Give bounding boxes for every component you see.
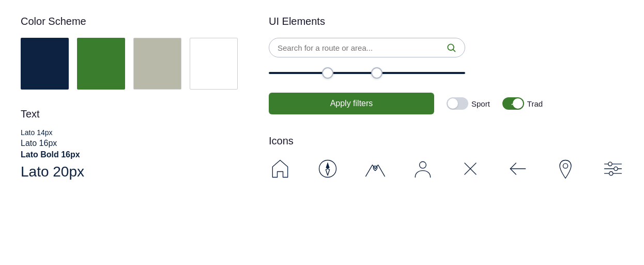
- mountain-heart-icon: [364, 157, 387, 180]
- swatch-green: [77, 38, 125, 90]
- svg-point-13: [608, 162, 612, 166]
- color-swatches: [21, 38, 238, 90]
- person-icon: [411, 157, 434, 180]
- svg-line-1: [453, 50, 455, 52]
- icons-section: Icons: [269, 135, 624, 180]
- text-section: Text Lato 14px Lato 16px Lato Bold 16px …: [21, 108, 238, 180]
- slider-thumb-right[interactable]: [371, 67, 382, 79]
- location-pin-icon: [554, 157, 577, 180]
- close-icon-item[interactable]: [459, 157, 482, 180]
- swatch-white: [190, 38, 238, 90]
- text-sample-16: Lato 16px: [21, 139, 238, 148]
- back-arrow-icon: [507, 157, 529, 180]
- text-sample-bold-16: Lato Bold 16px: [21, 150, 238, 159]
- search-button[interactable]: [446, 42, 456, 53]
- search-input[interactable]: [278, 43, 446, 52]
- svg-marker-3: [326, 162, 329, 169]
- sport-toggle-label: Sport: [471, 99, 490, 108]
- filter-icon-item[interactable]: [602, 157, 624, 180]
- text-sample-14: Lato 14px: [21, 128, 238, 137]
- color-scheme-title: Color Scheme: [21, 16, 238, 27]
- close-icon: [459, 157, 482, 180]
- home-icon: [269, 157, 292, 180]
- location-icon-item[interactable]: [554, 157, 577, 180]
- filter-sliders-icon: [602, 157, 624, 180]
- slider-thumb-left[interactable]: [322, 67, 333, 79]
- apply-filters-button[interactable]: Apply filters: [269, 93, 434, 114]
- home-icon-item[interactable]: [269, 157, 292, 180]
- svg-point-9: [563, 164, 568, 168]
- ui-elements-section: UI Elements Apply: [269, 16, 624, 114]
- trad-toggle-group: ✓ Trad: [502, 97, 543, 110]
- search-icon: [446, 42, 456, 53]
- sport-toggle-group: Sport: [447, 97, 490, 110]
- svg-point-15: [609, 172, 613, 175]
- swatch-navy: [21, 38, 69, 90]
- slider-track: [269, 72, 465, 74]
- svg-point-14: [614, 167, 618, 170]
- compass-icon: [316, 157, 339, 180]
- trad-toggle[interactable]: ✓: [502, 97, 524, 110]
- icons-row: [269, 157, 624, 180]
- color-scheme-section: Color Scheme: [21, 16, 238, 90]
- checkmark-icon: ✓: [511, 100, 515, 107]
- person-icon-item[interactable]: [411, 157, 434, 180]
- sport-toggle[interactable]: [447, 97, 468, 110]
- back-icon-item[interactable]: [507, 157, 529, 180]
- text-section-title: Text: [21, 108, 238, 120]
- search-bar[interactable]: [269, 38, 465, 57]
- filters-row: Apply filters Sport ✓ Trad: [269, 93, 548, 114]
- text-sample-20: Lato 20px: [21, 164, 238, 180]
- svg-marker-4: [326, 169, 329, 175]
- swatch-gray: [133, 38, 181, 90]
- mountain-icon-item[interactable]: [364, 157, 387, 180]
- compass-icon-item[interactable]: [316, 157, 339, 180]
- ui-elements-title: UI Elements: [269, 16, 624, 27]
- sport-toggle-knob: [448, 98, 458, 109]
- icons-title: Icons: [269, 135, 624, 147]
- svg-point-5: [420, 161, 426, 168]
- text-samples: Lato 14px Lato 16px Lato Bold 16px Lato …: [21, 128, 238, 180]
- trad-toggle-label: Trad: [527, 99, 543, 108]
- range-slider[interactable]: [269, 68, 465, 78]
